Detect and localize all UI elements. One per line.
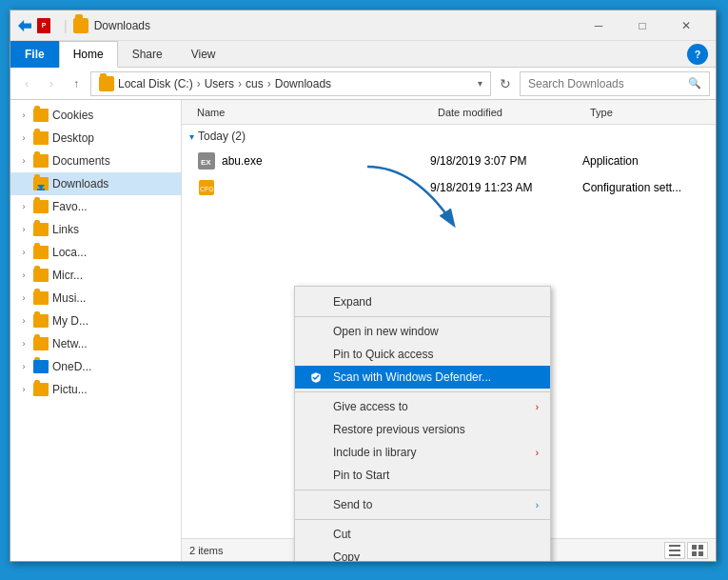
chevron-icon: › xyxy=(18,110,30,121)
sidebar-item-desktop[interactable]: › Desktop xyxy=(10,127,181,150)
sidebar-label: Favo... xyxy=(52,200,88,213)
sidebar-item-favorites[interactable]: › Favo... xyxy=(10,195,181,218)
menu-access-icon xyxy=(306,397,325,416)
menu-item-give-access[interactable]: Give access to › xyxy=(295,395,550,418)
tab-file[interactable]: File xyxy=(10,41,59,68)
menu-item-copy[interactable]: Copy xyxy=(295,546,550,561)
back-nav-icon xyxy=(18,19,31,32)
sidebar-item-links[interactable]: › Links xyxy=(10,218,181,241)
sidebar-label: Cookies xyxy=(52,109,93,122)
col-date: Date modified xyxy=(430,107,582,118)
sidebar-label: OneD... xyxy=(52,360,91,373)
file-type-icon: EX xyxy=(197,151,216,170)
back-button[interactable]: ‹ xyxy=(16,73,37,94)
sidebar-item-documents[interactable]: › Documents xyxy=(10,150,181,172)
chevron-icon: › xyxy=(18,361,30,372)
sidebar-item-local[interactable]: › Loca... xyxy=(10,241,181,264)
downloads-folder-icon xyxy=(33,177,49,190)
sidebar-item-pictures[interactable]: › Pictu... xyxy=(10,378,181,401)
svg-rect-6 xyxy=(669,550,680,551)
menu-item-pin-quick-access[interactable]: Pin to Quick access xyxy=(295,343,550,366)
folder-icon xyxy=(33,246,49,259)
file-date: 9/18/2019 3:07 PM xyxy=(430,154,582,168)
tiles-view-button[interactable] xyxy=(687,542,708,559)
menu-item-include-library[interactable]: Include in library › xyxy=(295,441,550,464)
menu-separator xyxy=(295,316,550,317)
file-name: abu.exe xyxy=(222,154,430,168)
table-row[interactable]: CFG 9/18/2019 11:23 AM Configuration set… xyxy=(182,174,716,201)
menu-label: Restore previous versions xyxy=(333,423,465,436)
path-dropdown-arrow[interactable]: ▾ xyxy=(478,78,482,89)
folder-icon xyxy=(33,360,49,373)
search-icon: 🔍 xyxy=(688,77,701,90)
menu-open-icon xyxy=(306,322,325,341)
sidebar-item-cookies[interactable]: › Cookies xyxy=(10,104,181,127)
tab-home[interactable]: Home xyxy=(59,41,118,68)
menu-pin-start-icon xyxy=(306,466,325,485)
close-button[interactable]: ✕ xyxy=(664,10,708,41)
folder-icon xyxy=(33,154,49,168)
menu-item-scan-defender[interactable]: Scan with Windows Defender... xyxy=(295,366,550,389)
file-date: 9/18/2019 11:23 AM xyxy=(430,181,582,194)
details-view-button[interactable] xyxy=(664,542,685,559)
maximize-button[interactable]: □ xyxy=(620,10,664,41)
path-segment-4: Downloads xyxy=(275,77,331,90)
menu-label: Scan with Windows Defender... xyxy=(333,370,491,384)
folder-icon xyxy=(33,337,49,350)
chevron-icon: › xyxy=(18,292,30,304)
address-path[interactable]: Local Disk (C:) › Users › cus › Download… xyxy=(90,71,491,96)
col-name: Name xyxy=(189,107,430,118)
title-bar-controls: ─ □ ✕ xyxy=(577,10,708,41)
search-box[interactable]: 🔍 xyxy=(520,71,710,96)
tab-view[interactable]: View xyxy=(177,41,230,68)
group-chevron-icon: ▾ xyxy=(189,131,194,142)
up-button[interactable]: ↑ xyxy=(66,73,87,94)
menu-send-icon xyxy=(306,495,325,514)
sidebar-item-mydocs[interactable]: › My D... xyxy=(10,310,181,332)
svg-marker-0 xyxy=(18,19,31,30)
menu-item-expand[interactable]: Expand xyxy=(295,290,550,313)
svg-rect-10 xyxy=(692,551,697,556)
col-type: Type xyxy=(582,107,716,118)
folder-icon xyxy=(33,314,49,328)
menu-separator xyxy=(295,490,550,490)
sidebar-item-downloads[interactable]: Downloads xyxy=(10,172,181,195)
sidebar-item-network[interactable]: › Netw... xyxy=(10,332,181,355)
menu-pin-icon xyxy=(306,345,325,364)
folder-icon xyxy=(33,200,49,213)
minimize-button[interactable]: ─ xyxy=(577,10,620,41)
ribbon: File Home Share View ? xyxy=(10,41,716,68)
table-row[interactable]: EX abu.exe 9/18/2019 3:07 PM Application xyxy=(182,148,716,174)
sidebar-item-onedrive[interactable]: › OneD... xyxy=(10,355,181,378)
explorer-window: P | Downloads ─ □ ✕ File Home Share View… xyxy=(10,10,717,562)
menu-item-open-new-window[interactable]: Open in new window xyxy=(295,320,550,343)
folder-icon xyxy=(33,109,49,122)
forward-button[interactable]: › xyxy=(41,73,62,94)
help-button[interactable]: ? xyxy=(687,44,708,65)
folder-icon xyxy=(33,223,49,236)
menu-defender-icon xyxy=(306,368,325,387)
sidebar-item-music[interactable]: › Musi... xyxy=(10,287,181,310)
menu-item-cut[interactable]: Cut xyxy=(295,523,550,546)
chevron-icon: › xyxy=(18,132,30,144)
search-input[interactable] xyxy=(528,77,684,90)
sidebar-label: Netw... xyxy=(52,337,88,350)
sidebar-item-microsoft[interactable]: › Micr... xyxy=(10,264,181,287)
file-area: Name Date modified Type ▾ Today (2) EX xyxy=(182,100,716,561)
chevron-icon xyxy=(18,178,30,190)
chevron-icon: › xyxy=(18,224,30,235)
group-label: Today (2) xyxy=(198,130,246,143)
refresh-button[interactable]: ↻ xyxy=(495,71,516,96)
svg-rect-7 xyxy=(669,554,680,556)
ribbon-tabs: File Home Share View ? xyxy=(10,41,716,68)
menu-item-restore-versions[interactable]: Restore previous versions xyxy=(295,418,550,441)
submenu-arrow-icon: › xyxy=(536,448,539,458)
svg-rect-9 xyxy=(698,545,703,550)
menu-expand-icon xyxy=(306,292,325,311)
path-segment-1: Local Disk (C:) xyxy=(118,77,193,90)
sidebar-label: Musi... xyxy=(52,291,86,305)
menu-item-pin-start[interactable]: Pin to Start xyxy=(295,464,550,487)
tab-share[interactable]: Share xyxy=(118,41,177,68)
folder-icon xyxy=(33,291,49,305)
menu-item-send-to[interactable]: Send to › xyxy=(295,493,550,516)
